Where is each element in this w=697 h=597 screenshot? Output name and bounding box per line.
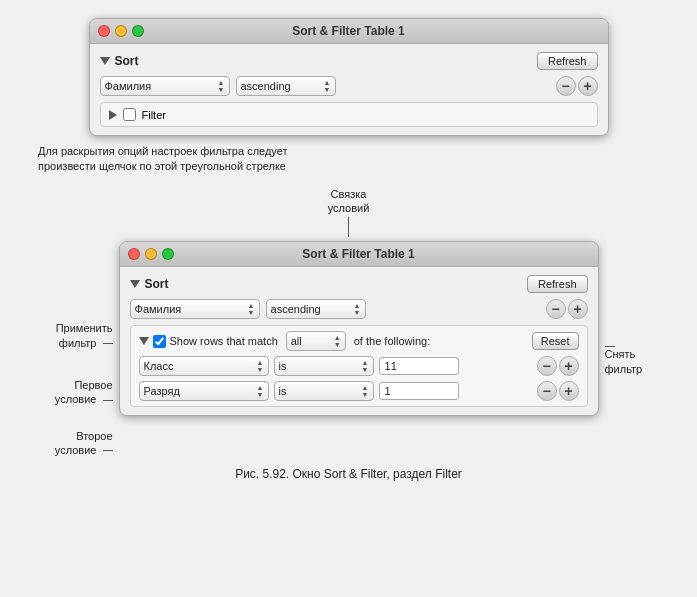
close-btn[interactable] [98,25,110,37]
sort-title: Sort [100,54,139,68]
sort-triangle-icon[interactable] [100,57,110,65]
first-condition-label: Первое условие [55,378,113,407]
arrow-apply [103,343,113,344]
sort-label: Sort [115,54,139,68]
sort-minus-button[interactable]: − [556,76,576,96]
sort-minus-plus: − + [556,76,598,96]
bottom-sort-row: Фамилия ▲▼ ascending ▲▼ − + [130,299,588,319]
cond2-minus-plus: − + [537,381,579,401]
bottom-sort-field-select[interactable]: Фамилия ▲▼ [130,299,260,319]
reset-button[interactable]: Reset [532,332,579,350]
cond1-minus-plus: − + [537,356,579,376]
figure-caption: Рис. 5.92. Окно Sort & Filter, раздел Fi… [235,467,462,481]
cond1-plus-button[interactable]: + [559,356,579,376]
maximize-btn[interactable] [132,25,144,37]
arrow-second [103,450,113,451]
top-window-body: Sort Refresh Фамилия ▲▼ ascending ▲▼ − + [90,44,608,135]
cond2-value-input[interactable] [379,382,459,400]
second-condition-label: Второе условие [55,429,113,458]
sort-order-select[interactable]: ascending ▲▼ [236,76,336,96]
cond2-plus-button[interactable]: + [559,381,579,401]
filter-condition-header: Show rows that match all ▲▼ of the follo… [139,331,579,351]
right-labels: Снять фильтр [605,241,643,376]
filter-suffix-text: of the following: [354,335,430,347]
filter-down-triangle[interactable] [139,337,149,345]
top-title-bar: Sort & Filter Table 1 [90,19,608,44]
filter-rows-area: Класс ▲▼ is ▲▼ − + [139,356,579,401]
minimize-btn[interactable] [115,25,127,37]
filter-expand-triangle[interactable] [109,110,117,120]
bottom-sort-plus-button[interactable]: + [568,299,588,319]
sort-plus-button[interactable]: + [578,76,598,96]
bottom-window: Sort & Filter Table 1 Sort Refresh Фамил… [119,241,599,416]
filter-section-collapsed: Filter [100,102,598,127]
filter-all-select[interactable]: all ▲▼ [286,331,346,351]
sort-field-select[interactable]: Фамилия ▲▼ [100,76,230,96]
apply-filter-label: Применить фильтр [56,321,113,350]
cond1-op-select[interactable]: is ▲▼ [274,356,374,376]
cond1-field-select[interactable]: Класс ▲▼ [139,356,269,376]
annotation-top: Для раскрытия опций настроек фильтра сле… [38,144,288,175]
bottom-sort-minus-plus: − + [546,299,588,319]
bottom-title-bar: Sort & Filter Table 1 [120,242,598,267]
filter-section-expanded: Show rows that match all ▲▼ of the follo… [130,325,588,407]
bottom-window-controls [128,248,174,260]
bottom-maximize-btn[interactable] [162,248,174,260]
filter-match-label: Show rows that match [170,335,278,347]
bottom-sort-header: Sort Refresh [130,275,588,293]
cond1-minus-button[interactable]: − [537,356,557,376]
filter-checkbox[interactable] [123,108,136,121]
cond1-value-input[interactable] [379,357,459,375]
top-window: Sort & Filter Table 1 Sort Refresh Фамил… [89,18,609,136]
bottom-sort-label: Sort [145,277,169,291]
bottom-close-btn[interactable] [128,248,140,260]
bottom-minimize-btn[interactable] [145,248,157,260]
refresh-button[interactable]: Refresh [537,52,598,70]
bottom-sort-title: Sort [130,277,169,291]
callout-text: Связка условий [328,187,370,216]
cond2-op-select[interactable]: is ▲▼ [274,381,374,401]
left-labels: Применить фильтр Первое условие Второе у… [55,241,113,457]
sort-section-header: Sort Refresh [100,52,598,70]
bottom-window-body: Sort Refresh Фамилия ▲▼ ascending ▲▼ [120,267,598,415]
condition-row-1: Класс ▲▼ is ▲▼ − + [139,356,579,376]
bottom-sort-minus-button[interactable]: − [546,299,566,319]
second-window-area: Применить фильтр Первое условие Второе у… [20,241,677,457]
filter-enabled-checkbox[interactable] [153,335,166,348]
condition-row-2: Разряд ▲▼ is ▲▼ − + [139,381,579,401]
bottom-refresh-button[interactable]: Refresh [527,275,588,293]
sort-row: Фамилия ▲▼ ascending ▲▼ − + [100,76,598,96]
cond2-minus-button[interactable]: − [537,381,557,401]
window-controls [98,25,144,37]
bottom-sort-order-select[interactable]: ascending ▲▼ [266,299,366,319]
bottom-sort-triangle[interactable] [130,280,140,288]
top-window-title: Sort & Filter Table 1 [292,24,404,38]
filter-label: Filter [142,109,166,121]
arrow-first [103,400,113,401]
callout-line [348,217,349,237]
diagram-wrapper: Связка условий Применить фильтр Первое у… [20,187,677,457]
filter-header: Filter [109,108,589,121]
bottom-window-title: Sort & Filter Table 1 [302,247,414,261]
callout-container: Связка условий [328,187,370,238]
cond2-field-select[interactable]: Разряд ▲▼ [139,381,269,401]
